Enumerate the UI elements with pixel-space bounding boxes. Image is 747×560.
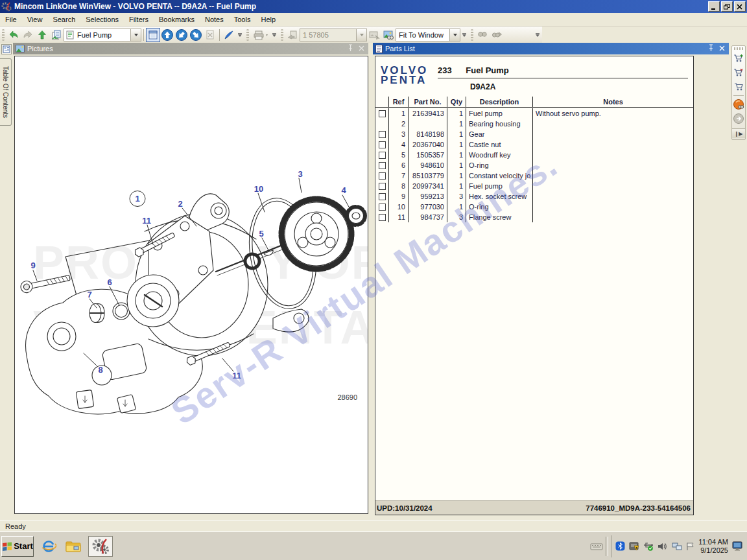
cell-qty: 1 (447, 160, 466, 170)
up-button[interactable] (35, 28, 49, 42)
row-checkbox[interactable] (379, 131, 386, 138)
notes-button[interactable] (222, 28, 236, 42)
cell-qty: 1 (447, 170, 466, 181)
book-combo-dropdown[interactable] (130, 29, 141, 41)
model-code: D9A2A (470, 82, 495, 91)
next-picture-button[interactable] (189, 28, 203, 42)
book-combo[interactable]: Fuel Pump (64, 29, 141, 41)
toolbar-grip[interactable] (246, 29, 249, 41)
diagram-callout: 11 (232, 371, 241, 380)
parts-row: 69486101O-ring (375, 160, 693, 170)
start-button[interactable]: Start (1, 536, 34, 557)
cell-part: 85103779 (408, 170, 447, 181)
menu-search[interactable]: Search (47, 14, 80, 25)
pin-icon[interactable] (708, 44, 714, 53)
toolbar-overflow[interactable] (534, 28, 541, 42)
page-combo: 1 57805 (300, 29, 367, 41)
zoom-combo[interactable]: Fit To Window (396, 29, 460, 41)
usb-icon[interactable] (643, 541, 654, 551)
menu-bar: FileViewSearchSelectionsFiltersBookmarks… (0, 13, 747, 27)
menu-file[interactable]: File (0, 14, 22, 25)
cell-desc: O-ring (466, 202, 532, 212)
row-checkbox[interactable] (379, 152, 386, 159)
toolbar-overflow[interactable] (236, 28, 243, 42)
toolbar-overflow[interactable] (460, 28, 468, 42)
toolbar-overflow[interactable] (270, 28, 278, 42)
minimize-button[interactable] (708, 1, 720, 12)
find-next-button[interactable] (490, 28, 504, 42)
quicklaunch-linkone-app[interactable] (88, 536, 113, 557)
cell-notes: Without servo pump. (532, 108, 693, 119)
menu-tools[interactable]: Tools (229, 14, 256, 25)
cell-qty: 1 (447, 139, 466, 150)
keyboard-icon[interactable] (590, 542, 603, 550)
show-parts-list-button[interactable] (146, 28, 160, 42)
print-button[interactable] (251, 28, 270, 42)
toc-panel-button[interactable] (1, 44, 12, 54)
back-button[interactable] (6, 28, 21, 42)
parts-row: 109770301O-ring (375, 202, 693, 212)
vm-tools-icon[interactable] (629, 542, 639, 551)
menu-bookmarks[interactable]: Bookmarks (154, 14, 200, 25)
display-icon[interactable] (732, 541, 743, 551)
close-icon[interactable] (359, 45, 364, 52)
toolbar-grip[interactable] (2, 29, 5, 41)
forward-button[interactable] (21, 28, 35, 42)
cell-desc: Gear (466, 129, 532, 139)
pictures-panel-title: Pictures (27, 45, 348, 52)
cell-part: 948610 (408, 160, 447, 170)
bluetooth-icon[interactable] (615, 541, 625, 551)
flag-icon[interactable] (686, 542, 694, 551)
row-checkbox[interactable] (379, 183, 386, 190)
cell-qty: 3 (447, 212, 466, 222)
row-checkbox[interactable] (379, 141, 386, 148)
menu-filters[interactable]: Filters (124, 14, 154, 25)
expand-toolbar-button[interactable]: ❙▶ (732, 128, 745, 138)
status-text: Ready (5, 522, 26, 530)
picture-viewport[interactable]: PROPERTY OF VOLVO PENTA (14, 56, 368, 514)
history-button[interactable] (49, 28, 64, 42)
first-picture-button[interactable] (160, 28, 174, 42)
menu-notes[interactable]: Notes (200, 14, 229, 25)
goto-page-button[interactable] (285, 28, 300, 42)
info-next-button[interactable] (732, 111, 745, 126)
tab-table-of-contents[interactable]: Table Of Contents (0, 58, 12, 126)
toolbar-grip[interactable] (281, 29, 283, 41)
menu-view[interactable]: View (22, 14, 48, 25)
quicklaunch-file-explorer[interactable] (64, 536, 83, 557)
toolbar-grip[interactable] (734, 47, 743, 50)
pin-icon[interactable] (348, 44, 353, 53)
row-checkbox[interactable] (379, 162, 386, 169)
toolbar-grip[interactable] (471, 29, 473, 41)
row-checkbox[interactable] (379, 193, 386, 200)
system-tray: 11:04 AM 9/1/2025 (611, 535, 747, 557)
update-date: UPD:10/31/2024 (377, 504, 586, 512)
row-checkbox[interactable] (379, 204, 386, 211)
close-icon[interactable] (719, 45, 725, 52)
find-in-picture-button[interactable] (381, 28, 396, 42)
row-checkbox[interactable] (379, 110, 386, 117)
find-info-button[interactable] (732, 97, 745, 111)
network-icon[interactable] (672, 542, 682, 551)
export-picture-button[interactable] (367, 28, 381, 42)
previous-picture-button[interactable] (174, 28, 189, 42)
close-button[interactable] (734, 1, 746, 12)
remove-from-order-button[interactable] (732, 65, 745, 80)
parts-row: 8209973411Fuel pump (375, 181, 693, 191)
toolbar-print (244, 27, 279, 43)
find-button[interactable] (475, 28, 490, 42)
row-checkbox[interactable] (379, 172, 386, 180)
section-number: 233 (438, 65, 452, 75)
add-to-order-button[interactable] (732, 51, 745, 65)
pictures-panel: Pictures PROPERTY OF VOLVO PENTA (13, 43, 371, 520)
row-checkbox[interactable] (379, 214, 386, 221)
view-order-button[interactable] (732, 80, 745, 94)
zoom-combo-dropdown[interactable] (449, 29, 460, 41)
diagram-callout: 8 (98, 365, 102, 375)
close-book-button[interactable] (203, 28, 217, 42)
quicklaunch-internet-explorer[interactable] (39, 536, 58, 557)
menu-selections[interactable]: Selections (80, 14, 124, 25)
menu-help[interactable]: Help (255, 14, 281, 25)
volume-icon[interactable] (658, 542, 668, 551)
restore-button[interactable] (721, 1, 733, 12)
